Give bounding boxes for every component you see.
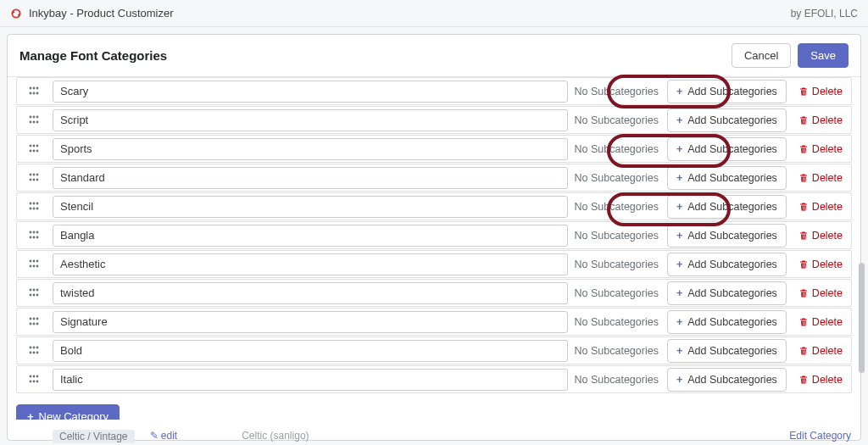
category-name-input[interactable]	[53, 109, 568, 131]
category-row: No Subcategories + Add Subcategories Del…	[16, 192, 852, 220]
svg-point-53	[36, 322, 39, 325]
category-row: No Subcategories + Add Subcategories Del…	[16, 365, 852, 393]
add-subcategories-label: Add Subcategories	[687, 316, 777, 328]
delete-button[interactable]: Delete	[793, 339, 848, 363]
delete-button[interactable]: Delete	[793, 224, 848, 248]
add-subcategories-label: Add Subcategories	[687, 143, 777, 155]
svg-point-32	[36, 231, 39, 233]
drag-handle-icon[interactable]	[22, 259, 46, 270]
add-subcategories-button[interactable]: + Add Subcategories	[667, 224, 787, 248]
no-subcategories-label: No Subcategories	[575, 316, 659, 328]
svg-point-1	[33, 86, 36, 89]
no-subcategories-label: No Subcategories	[575, 143, 659, 155]
add-subcategories-label: Add Subcategories	[687, 86, 777, 97]
svg-point-26	[36, 202, 39, 204]
add-subcategories-button[interactable]: + Add Subcategories	[667, 108, 787, 132]
svg-point-65	[36, 380, 39, 382]
svg-point-13	[33, 144, 36, 147]
category-name-input[interactable]	[53, 311, 568, 333]
delete-label: Delete	[812, 172, 843, 184]
svg-point-58	[33, 351, 36, 353]
svg-point-39	[30, 264, 32, 267]
delete-label: Delete	[812, 316, 843, 328]
delete-button[interactable]: Delete	[793, 195, 848, 219]
delete-button[interactable]: Delete	[793, 310, 848, 334]
category-row: No Subcategories + Add Subcategories Del…	[16, 279, 852, 307]
svg-point-12	[30, 144, 32, 147]
add-subcategories-label: Add Subcategories	[687, 287, 777, 299]
svg-point-35	[36, 236, 39, 238]
svg-point-41	[36, 264, 39, 267]
manage-categories-card: Manage Font Categories Cancel Save No Su…	[7, 34, 861, 441]
add-subcategories-button[interactable]: + Add Subcategories	[667, 368, 787, 392]
add-subcategories-button[interactable]: + Add Subcategories	[667, 137, 787, 161]
drag-handle-icon[interactable]	[22, 230, 46, 242]
category-name-input[interactable]	[53, 282, 568, 304]
add-subcategories-button[interactable]: + Add Subcategories	[667, 253, 787, 276]
drag-handle-icon[interactable]	[22, 374, 46, 386]
svg-point-21	[30, 178, 32, 181]
add-subcategories-button[interactable]: + Add Subcategories	[667, 195, 787, 219]
delete-button[interactable]: Delete	[793, 137, 848, 161]
svg-point-49	[33, 317, 36, 320]
category-name-input[interactable]	[53, 81, 568, 103]
svg-point-0	[30, 86, 32, 89]
drag-handle-icon[interactable]	[22, 143, 46, 155]
add-subcategories-button[interactable]: + Add Subcategories	[667, 310, 787, 334]
save-button[interactable]: Save	[798, 43, 849, 68]
add-subcategories-button[interactable]: + Add Subcategories	[667, 281, 787, 305]
drag-handle-icon[interactable]	[22, 287, 46, 299]
delete-label: Delete	[812, 374, 843, 386]
category-name-input[interactable]	[53, 369, 568, 391]
svg-point-23	[36, 178, 39, 181]
delete-button[interactable]: Delete	[793, 368, 848, 392]
delete-button[interactable]: Delete	[793, 253, 848, 276]
svg-point-36	[30, 259, 32, 262]
svg-point-63	[30, 380, 32, 382]
category-name-input[interactable]	[53, 196, 568, 218]
svg-point-47	[36, 293, 39, 296]
delete-button[interactable]: Delete	[793, 281, 848, 305]
delete-label: Delete	[812, 259, 843, 270]
cancel-button[interactable]: Cancel	[732, 43, 791, 68]
delete-label: Delete	[812, 287, 843, 299]
svg-point-31	[33, 231, 36, 233]
category-name-input[interactable]	[53, 138, 568, 160]
add-subcategories-button[interactable]: + Add Subcategories	[667, 166, 787, 190]
svg-point-8	[36, 115, 39, 118]
svg-point-25	[33, 202, 36, 204]
plus-icon: +	[676, 230, 682, 242]
app-vendor: by EFOLI, LLC	[791, 8, 858, 19]
category-name-input[interactable]	[53, 340, 568, 362]
delete-button[interactable]: Delete	[793, 80, 848, 103]
category-row: No Subcategories + Add Subcategories Del…	[16, 308, 852, 336]
plus-icon: +	[676, 86, 682, 97]
category-name-input[interactable]	[53, 253, 568, 275]
svg-point-9	[30, 120, 32, 123]
svg-point-24	[30, 202, 32, 204]
drag-handle-icon[interactable]	[22, 345, 46, 357]
svg-point-28	[33, 207, 36, 209]
delete-label: Delete	[812, 345, 843, 357]
svg-point-38	[36, 259, 39, 262]
plus-icon: +	[676, 143, 682, 155]
category-row: No Subcategories + Add Subcategories Del…	[16, 337, 852, 364]
drag-handle-icon[interactable]	[22, 201, 46, 213]
new-category-button[interactable]: + New Category	[16, 404, 120, 420]
delete-button[interactable]: Delete	[793, 108, 848, 132]
drag-handle-icon[interactable]	[22, 172, 46, 184]
add-subcategories-button[interactable]: + Add Subcategories	[667, 339, 787, 363]
delete-label: Delete	[812, 201, 843, 213]
drag-handle-icon[interactable]	[22, 86, 46, 97]
category-list-scroll[interactable]: No Subcategories + Add Subcategories Del…	[8, 77, 860, 420]
category-row: No Subcategories + Add Subcategories Del…	[16, 221, 852, 249]
svg-point-51	[30, 322, 32, 325]
svg-point-46	[33, 293, 36, 296]
category-name-input[interactable]	[53, 225, 568, 247]
drag-handle-icon[interactable]	[22, 114, 46, 126]
svg-point-43	[33, 288, 36, 291]
drag-handle-icon[interactable]	[22, 316, 46, 328]
add-subcategories-button[interactable]: + Add Subcategories	[667, 80, 787, 103]
category-name-input[interactable]	[53, 167, 568, 189]
delete-button[interactable]: Delete	[793, 166, 848, 190]
